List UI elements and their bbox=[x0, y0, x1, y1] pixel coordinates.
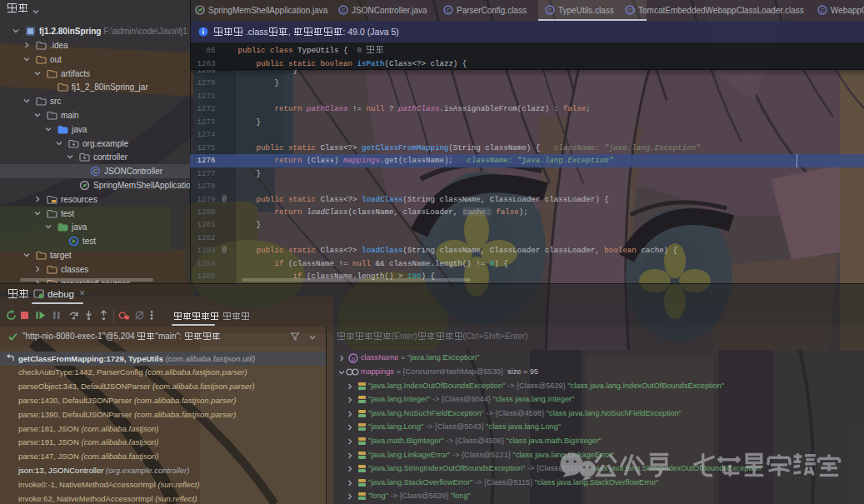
svg-text:p: p bbox=[352, 356, 355, 362]
svg-text:C: C bbox=[628, 7, 632, 13]
svg-text:C: C bbox=[342, 7, 346, 13]
svg-text:C: C bbox=[447, 7, 451, 13]
svg-text:C: C bbox=[548, 7, 552, 13]
svg-text:C: C bbox=[821, 7, 825, 13]
svg-text:C: C bbox=[93, 168, 97, 174]
